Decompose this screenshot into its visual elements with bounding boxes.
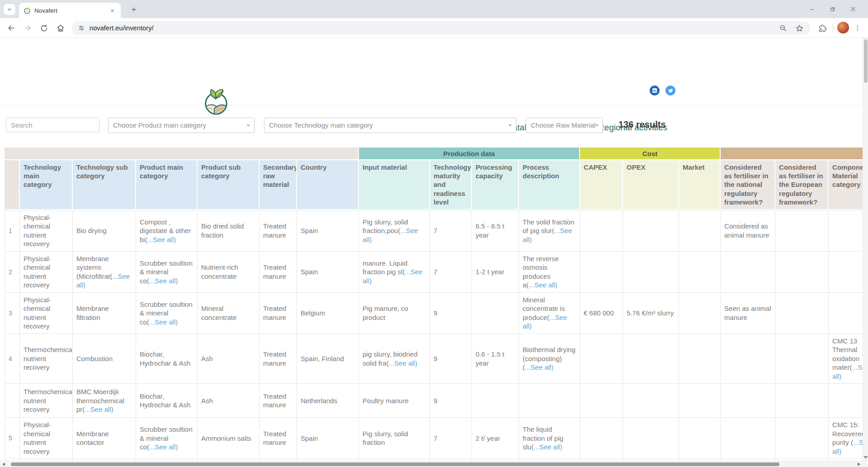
cell-process-description: The solid fraction of pig slur(...See al… xyxy=(519,210,580,252)
column-header-product-main-category: Product main category xyxy=(136,160,198,210)
cell-technology-maturity: 7 xyxy=(430,252,472,293)
minimize-icon xyxy=(809,6,815,12)
cell-european-regulatory xyxy=(775,252,829,293)
see-all-link[interactable]: ...See all) xyxy=(149,277,178,285)
cell-secondary-raw-material: Treated manure xyxy=(259,252,297,293)
address-bar[interactable]: novafert.eu/inventory/ xyxy=(71,21,810,35)
see-all-link[interactable]: ...See all) xyxy=(832,363,863,380)
scroll-left-arrow-icon[interactable] xyxy=(2,462,5,466)
technology-category-select[interactable]: Choose Technology main category xyxy=(264,118,516,133)
see-all-link[interactable]: ...See all) xyxy=(832,438,863,455)
see-all-link[interactable]: ...See all) xyxy=(149,318,178,326)
see-all-link[interactable]: ...See all) xyxy=(363,227,418,243)
cell-opex xyxy=(623,384,679,418)
cell-process-description: Mineral concentrate is produce(...See al… xyxy=(519,293,580,334)
see-all-link[interactable]: ...See all) xyxy=(525,363,553,371)
column-group-production-data: Production data xyxy=(359,148,580,160)
cell-opex xyxy=(623,334,679,384)
table-row: Thermochemical nutrient recoveryBMC Moer… xyxy=(5,384,863,418)
cell-product-sub-category: Ammonium salts xyxy=(198,418,259,459)
cell-national-regulatory xyxy=(721,252,775,293)
bookmark-star-icon[interactable] xyxy=(795,24,804,33)
extensions-button[interactable] xyxy=(816,22,828,34)
cell-row-number: 1 xyxy=(5,210,20,252)
cell-national-regulatory xyxy=(721,418,775,459)
scroll-right-arrow-icon[interactable] xyxy=(858,462,860,466)
see-all-link[interactable]: ...See all) xyxy=(76,272,130,289)
cell-component-material-category xyxy=(829,293,863,334)
see-all-link[interactable]: ...See all) xyxy=(85,405,113,413)
see-all-link[interactable]: ...See all) xyxy=(147,236,176,243)
forward-button[interactable] xyxy=(22,22,33,34)
column-header-component-material-category: Component Material category (C xyxy=(829,160,863,210)
vertical-scrollbar-thumb[interactable] xyxy=(864,39,868,83)
cell-european-regulatory xyxy=(775,418,829,459)
close-window-button[interactable] xyxy=(843,0,863,18)
cell-product-sub-category: Ash xyxy=(198,334,259,384)
search-input[interactable] xyxy=(6,118,99,132)
close-icon xyxy=(850,6,856,12)
cell-processing-capacity: 1-2 t year xyxy=(472,252,519,293)
cell-technology-sub-category: Membrane filtration xyxy=(73,293,136,334)
chevron-down-icon xyxy=(508,123,513,128)
cell-row-number: 4 xyxy=(5,334,20,384)
cell-technology-main-category: Thermochemical nutrient recovery xyxy=(20,384,73,418)
reload-button[interactable] xyxy=(38,22,50,34)
cell-technology-sub-category: Membrane systems (Microfiltrat(...See al… xyxy=(73,252,136,293)
raw-material-select-value: Choose Raw Material xyxy=(531,121,595,129)
cell-input-material: manure. Liquid fraction pig sl(...See al… xyxy=(359,252,430,293)
cell-technology-main-category: Physical-chemical nutrient recovery xyxy=(20,418,73,459)
browser-tab[interactable]: Novafert xyxy=(19,3,121,18)
tab-close-button[interactable] xyxy=(108,6,116,14)
table-row: 3Physical-chemical nutrient recoveryMemb… xyxy=(5,293,863,334)
see-all-link[interactable]: ...See all) xyxy=(528,281,557,289)
browser-toolbar: novafert.eu/inventory/ xyxy=(0,18,868,38)
cell-technology-sub-category: Combustion xyxy=(73,334,136,384)
column-header-european-regulatory: Considered as fertiliser in the European… xyxy=(775,160,829,210)
horizontal-scrollbar[interactable] xyxy=(0,461,863,467)
cell-secondary-raw-material: Treated manure xyxy=(259,418,297,459)
vertical-scrollbar[interactable] xyxy=(863,38,868,467)
see-all-link[interactable]: ...See all) xyxy=(523,314,567,330)
url-text: novafert.eu/inventory/ xyxy=(90,24,774,32)
cell-opex xyxy=(623,418,679,459)
inventory-table-wrapper: Production dataCostTechnology main categ… xyxy=(5,148,863,461)
restore-button[interactable] xyxy=(822,0,843,18)
back-button[interactable] xyxy=(5,22,17,34)
cell-processing-capacity: 6.5 - 8.5 t year xyxy=(472,210,519,252)
see-all-link[interactable]: ...See all) xyxy=(389,359,417,367)
table-row: 5Physical-chemical nutrient recoveryMemb… xyxy=(5,418,863,459)
cell-component-material-category xyxy=(829,384,863,418)
window-controls xyxy=(801,0,868,18)
column-header-secondary-raw-material: Secondary raw material xyxy=(259,160,297,210)
see-all-link[interactable]: ...See all) xyxy=(149,443,178,451)
zoom-page-icon[interactable] xyxy=(779,24,787,32)
cell-country: Netherlands xyxy=(297,384,359,418)
cell-country: Belgium xyxy=(297,293,359,334)
tab-search-button[interactable] xyxy=(4,4,15,15)
cell-technology-main-category: Physical-chemical nutrient recovery xyxy=(20,293,73,334)
cell-market xyxy=(679,210,721,252)
chevron-down-icon xyxy=(594,123,599,128)
profile-avatar[interactable] xyxy=(837,22,849,33)
browser-menu-button[interactable] xyxy=(852,22,863,34)
see-all-link[interactable]: ...See all) xyxy=(523,227,572,243)
new-tab-button[interactable] xyxy=(128,4,139,15)
home-button[interactable] xyxy=(55,22,66,34)
horizontal-scrollbar-thumb[interactable] xyxy=(11,462,779,466)
cell-processing-capacity xyxy=(472,384,519,418)
cell-input-material: Poultry manure xyxy=(359,384,430,418)
see-all-link[interactable]: ...See all) xyxy=(363,268,423,285)
product-category-select[interactable]: Choose Product main category xyxy=(108,118,255,133)
twitter-icon[interactable] xyxy=(665,86,675,95)
cell-technology-maturity: 9 xyxy=(430,334,472,384)
scroll-down-arrow-icon[interactable] xyxy=(863,456,868,459)
see-all-link[interactable]: ...See all) xyxy=(533,443,562,451)
cell-input-material: Pig slurry, solid fraction,pou(...See al… xyxy=(359,210,430,252)
tab-title: Novafert xyxy=(34,7,104,14)
cell-row-number: 3 xyxy=(5,293,20,334)
minimize-button[interactable] xyxy=(801,0,822,18)
raw-material-select[interactable]: Choose Raw Material xyxy=(526,118,603,133)
cell-secondary-raw-material: Treated manure xyxy=(259,293,297,334)
linkedin-icon[interactable] xyxy=(650,86,660,95)
